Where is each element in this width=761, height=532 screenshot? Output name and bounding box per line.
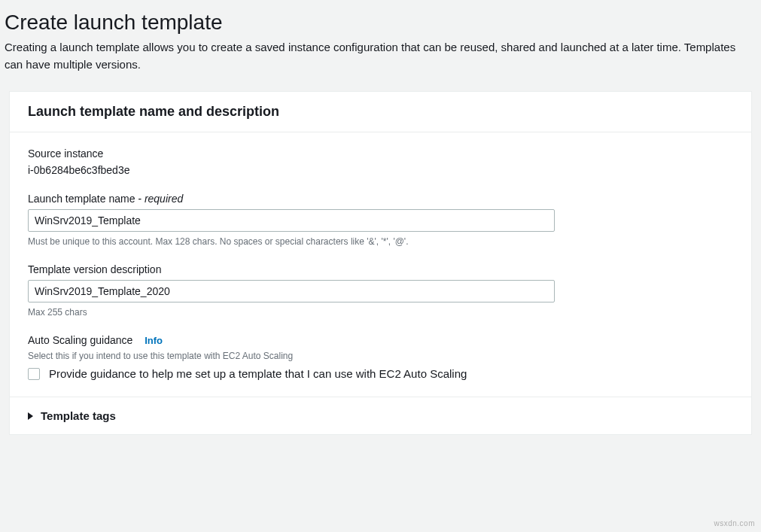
asg-info-link[interactable]: Info bbox=[145, 335, 163, 346]
template-name-input[interactable] bbox=[28, 209, 555, 232]
template-tags-expander[interactable]: Template tags bbox=[10, 397, 751, 434]
field-source-instance: Source instance i-0b6284be6c3fbed3e bbox=[28, 147, 733, 176]
panel-name-description: Launch template name and description Sou… bbox=[9, 91, 752, 435]
template-name-label-text: Launch template name bbox=[28, 193, 135, 205]
asg-label: Auto Scaling guidance bbox=[28, 334, 132, 346]
asg-checkbox[interactable] bbox=[28, 368, 40, 380]
version-help: Max 255 chars bbox=[28, 307, 733, 318]
field-auto-scaling-guidance: Auto Scaling guidance Info Select this i… bbox=[28, 334, 733, 380]
version-label: Template version description bbox=[28, 263, 733, 275]
asg-checkbox-label: Provide guidance to help me set up a tem… bbox=[49, 367, 467, 380]
caret-right-icon bbox=[28, 412, 33, 420]
watermark: wsxdn.com bbox=[714, 519, 755, 527]
asg-label-row: Auto Scaling guidance Info bbox=[28, 334, 733, 346]
version-description-input[interactable] bbox=[28, 280, 555, 302]
panel-header: Launch template name and description bbox=[10, 92, 751, 132]
asg-help: Select this if you intend to use this te… bbox=[28, 351, 733, 361]
field-template-name: Launch template name - required Must be … bbox=[28, 193, 733, 247]
template-name-required: - required bbox=[135, 193, 183, 205]
source-instance-value: i-0b6284be6c3fbed3e bbox=[28, 164, 733, 176]
page-subtitle: Creating a launch template allows you to… bbox=[5, 39, 750, 73]
field-version-description: Template version description Max 255 cha… bbox=[28, 263, 733, 318]
template-name-label: Launch template name - required bbox=[28, 193, 733, 205]
template-tags-heading: Template tags bbox=[41, 409, 116, 422]
template-name-help: Must be unique to this account. Max 128 … bbox=[28, 236, 733, 247]
panel-heading: Launch template name and description bbox=[28, 104, 733, 120]
page-title: Create launch template bbox=[5, 11, 756, 35]
source-instance-label: Source instance bbox=[28, 147, 733, 160]
